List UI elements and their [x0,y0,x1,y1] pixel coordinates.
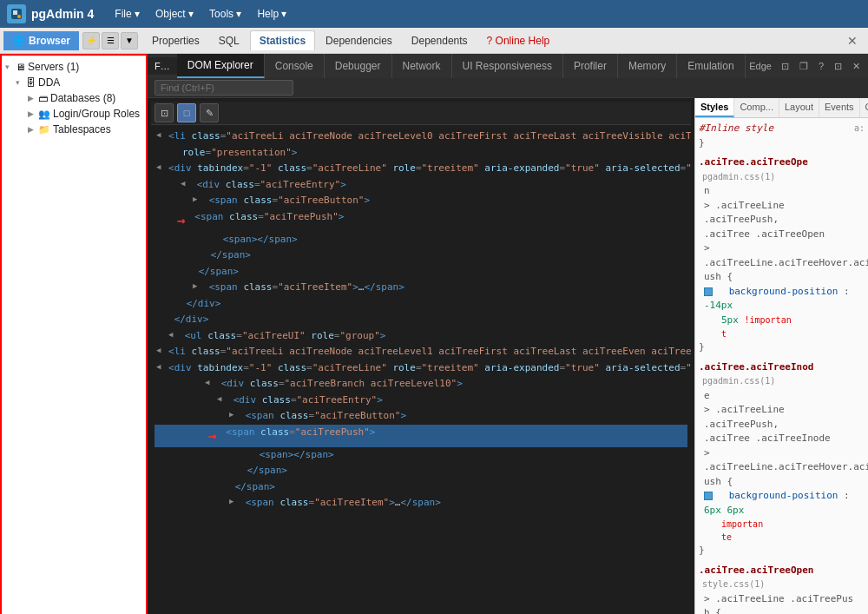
style-rule-2a: e [704,389,865,404]
dom-select-btn[interactable]: ⊡ [155,103,174,122]
dom-line-4[interactable]: ◀ <div class="aciTreeEntry"> [155,177,687,194]
style-rule-1e: ush { [704,270,865,285]
tab-dependencies[interactable]: Dependencies [317,31,401,50]
devtools-tab-profiler[interactable]: Profiler [563,54,618,78]
devtools-tab-ui[interactable]: UI Responsiveness [452,54,563,78]
tab-sql[interactable]: SQL [210,31,248,50]
databases-icon: 🗃 [38,93,48,103]
tree-item-dda[interactable]: ▾ 🗄 DDA [2,75,146,90]
dom-line-5[interactable]: ▶ <span class="aciTreeButton"> [155,193,687,209]
find-bar [148,78,868,98]
dom-line-13[interactable]: ◀ <ul class="aciTreeUI" role="group"> [155,328,687,345]
tree-item-tablespaces[interactable]: ▶ 📁 Tablespaces [2,122,146,137]
style-close-2: } [699,545,705,556]
tab-filter-btn[interactable]: ▼ [121,32,138,50]
menu-tools[interactable]: Tools ▾ [202,4,248,23]
dom-line-10[interactable]: ▶ <span class="aciTreeItem">…</span> [155,280,687,296]
app-title: pgAdmin 4 [31,7,94,21]
dom-line-3[interactable]: ◀ <div tabindex="-1" class="aciTreeLine"… [155,161,687,177]
top-menu: File ▾ Object ▾ Tools ▾ Help ▾ [108,4,293,23]
tree-item-databases[interactable]: ▶ 🗃 Databases (8) [2,90,146,106]
devtools-tab-emulation[interactable]: Emulation [677,54,745,78]
devtools-maximize-btn[interactable]: ⊡ [830,59,846,74]
style-rule-3b: h { [704,606,865,614]
style-block-3: .aciTree.aciTreeOpen style.css(1) > .aci… [699,564,865,615]
dom-code-area[interactable]: ◀ <li class="aciTreeLi aciTreeNode aciTr… [151,125,691,614]
edge-label: Edge [746,61,775,71]
devtools-left-btn[interactable]: F… [148,57,177,75]
servers-icon: 🖥 [16,62,25,72]
style-rule-1c: .aciTree .aciTreeOpen [704,228,865,242]
dom-line-9[interactable]: </span> [155,264,687,281]
dom-line-20[interactable]: <span></span> [155,447,687,464]
tree-label-tablespaces: Tablespaces [53,123,111,135]
style-check-2[interactable] [704,492,713,500]
styles-tab-changes[interactable]: Changes [860,98,868,117]
tree-arrow-servers: ▾ [5,63,14,71]
dom-line-1[interactable]: ◀ <li class="aciTreeLi aciTreeNode aciTr… [155,129,687,145]
important-cont-2: te [704,531,865,544]
tab-properties[interactable]: Properties [143,31,208,50]
devtools-tab-console[interactable]: Console [265,54,325,78]
dom-line-21[interactable]: </span> [155,463,687,479]
tab-refresh-btn[interactable]: ⚡ [82,32,100,50]
dom-line-18[interactable]: ▶ <span class="aciTreeButton"> [155,408,687,425]
tab-toolbar: ⚡ ☰ ▼ [82,32,138,50]
style-rule-2b: > .aciTreeLine .aciTreePush, [704,403,865,432]
tab-list-btn[interactable]: ☰ [102,32,119,50]
devtools-help-btn[interactable]: ? [814,59,828,73]
dom-line-2[interactable]: role="presentation"> [155,145,687,162]
dom-line-22[interactable]: </span> [155,479,687,496]
devtools-tab-debugger[interactable]: Debugger [325,54,392,78]
dom-line-23[interactable]: ▶ <span class="aciTreeItem">…</span> [155,495,687,512]
dom-line-8[interactable]: </span> [155,248,687,264]
tablespaces-icon: 📁 [38,124,50,135]
menu-help[interactable]: Help ▾ [250,4,293,23]
style-prop-1: background-position : -14px [704,285,865,314]
dom-line-15[interactable]: ◀ <div tabindex="-1" class="aciTreeLine"… [155,360,687,377]
inline-style-brace: } [699,137,705,149]
devtools-tab-dom[interactable]: DOM Explorer [177,54,265,78]
devtools-tab-memory[interactable]: Memory [618,54,677,78]
style-block-inline: #Inline style a: } [699,122,865,150]
style-selector-2: .aciTree.aciTreeInod [699,361,813,373]
styles-content: #Inline style a: } .aciTree.aciTreeOpe p… [695,118,868,614]
dom-line-16[interactable]: ◀ <div class="aciTreeBranch aciTreeLevel… [155,376,687,393]
styles-tab-events[interactable]: Events [819,98,860,117]
style-source-3: style.css(1) [702,579,765,589]
style-rule-1a: n [704,184,865,199]
important-cont-1: t [704,327,865,340]
menu-object[interactable]: Object ▾ [148,4,201,23]
tree-item-servers[interactable]: ▾ 🖥 Servers (1) [2,59,146,75]
devtools-tab-network[interactable]: Network [392,54,452,78]
dom-line-7[interactable]: <span></span> [155,232,687,248]
styles-tab-styles[interactable]: Styles [695,98,734,117]
devtools-dock-btn[interactable]: ❐ [795,59,812,74]
tab-statistics[interactable]: Statistics [250,30,315,50]
close-panel-btn[interactable]: ✕ [840,30,865,51]
style-block-2: .aciTree.aciTreeInod pgadmin.css(1) e > … [699,360,865,558]
dom-line-17[interactable]: ◀ <div class="aciTreeEntry"> [155,393,687,409]
red-arrow-2: → [208,426,217,446]
style-check-1[interactable] [704,287,713,296]
dom-highlight-btn[interactable]: □ [177,103,196,122]
menu-file[interactable]: File ▾ [108,4,147,23]
important-label-1: !importan [745,315,792,325]
devtools-close-btn[interactable]: ✕ [848,59,865,74]
dom-line-14[interactable]: ◀ <li class="aciTreeLi aciTreeNode aciTr… [155,344,687,360]
dom-line-11[interactable]: </div> [155,296,687,313]
dom-line-19[interactable]: → <span class="aciTreePush"> [155,425,687,447]
tab-dependents[interactable]: Dependents [403,31,477,50]
styles-panel: Styles Comp... Layout Events Changes #In… [694,98,868,614]
dom-line-6[interactable]: → <span class="aciTreePush"> [155,209,687,232]
browser-icon: 🌐 [12,35,25,47]
styles-tab-layout[interactable]: Layout [779,98,819,117]
devtools-pop-btn[interactable]: ⊡ [777,59,793,74]
dom-line-12[interactable]: </div> [155,312,687,328]
tab-online-help[interactable]: ? Online Help [478,31,559,50]
style-rule-3a: > .aciTreeLine .aciTreePus [704,592,865,607]
tree-item-roles[interactable]: ▶ 👥 Login/Group Roles [2,106,146,122]
styles-tab-comp[interactable]: Comp... [734,98,779,117]
find-input[interactable] [155,80,293,96]
dom-edit-btn[interactable]: ✎ [200,103,219,122]
